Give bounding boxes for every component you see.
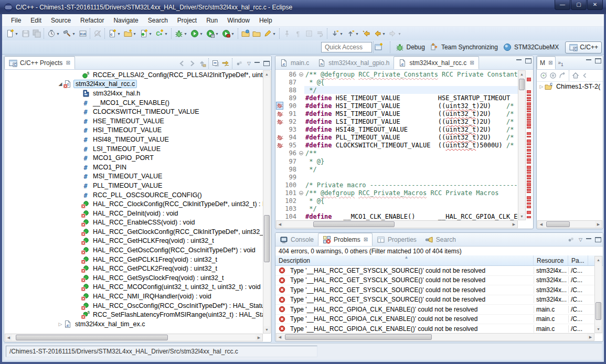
scroll-left-arrow[interactable]: ◀ — [538, 221, 545, 228]
expand-arrow-icon[interactable]: ◢ — [58, 81, 63, 87]
minimize-view-icon[interactable] — [586, 237, 592, 242]
error-overview-mark[interactable] — [527, 111, 531, 112]
close-icon[interactable]: ⊠ — [364, 237, 368, 242]
error-overview-mark[interactable] — [527, 127, 531, 129]
error-overview-mark[interactable] — [527, 158, 531, 162]
bug-marker-icon[interactable] — [276, 110, 283, 118]
editor-tab-main-c[interactable]: .cmain.c — [275, 56, 313, 69]
tree-item[interactable]: stm32l4xx_hal.h — [5, 89, 263, 98]
toolbar-toggle-mark-button[interactable]: ▾ — [262, 28, 278, 39]
error-overview-mark[interactable] — [527, 132, 531, 135]
error-overview-mark[interactable] — [527, 200, 531, 201]
scroll-left-arrow[interactable]: ◀ — [277, 221, 283, 228]
maximize-view-icon[interactable] — [263, 61, 270, 66]
code-line[interactable]: 101/** @defgroup RCC_Private_Macros RCC … — [276, 189, 518, 197]
error-overview-mark[interactable] — [527, 202, 531, 205]
dropdown-arrow-icon[interactable]: ▾ — [272, 31, 277, 36]
error-overview-mark[interactable] — [527, 121, 531, 123]
toolbar-run-button[interactable]: ▾ — [189, 28, 205, 39]
bug-marker-icon[interactable] — [276, 102, 283, 110]
toolbar-debug-button[interactable]: ▾ — [173, 28, 189, 39]
scroll-left-arrow[interactable]: ◀ — [277, 334, 283, 340]
tab-search[interactable]: Search — [421, 233, 460, 246]
toolbar-last-edit-button[interactable] — [360, 28, 371, 39]
code-line[interactable]: 92#define LSI_TIMEOUT_VALUE ((uint32_t)2… — [276, 118, 518, 126]
editor-tab-stm32l4xx-hal-rcc-c[interactable]: .cstm32l4xx_hal_rcc.c⊠ — [394, 56, 479, 69]
code-line[interactable]: 87 * @{ — [276, 78, 518, 86]
tree-item[interactable]: #MCO1_GPIO_PORT — [5, 153, 263, 163]
error-overview-mark[interactable] — [527, 116, 531, 118]
minimize-view-icon[interactable] — [586, 58, 592, 63]
fold-collapse-icon[interactable] — [298, 151, 304, 155]
scroll-thumb[interactable] — [596, 302, 601, 320]
menu-search[interactable]: Search — [143, 15, 173, 26]
error-overview-mark[interactable] — [527, 175, 531, 177]
tree-item[interactable]: ◢.cstm32l4xx_hal_rcc.c — [5, 80, 263, 89]
swirl-button[interactable] — [558, 71, 567, 80]
tree-item[interactable]: ▷.cstm32l4xx_hal_tim_ex.c — [5, 319, 263, 329]
expand-arrow-icon[interactable]: ▷ — [58, 322, 63, 327]
code-line[interactable]: 88 */ — [276, 86, 518, 94]
scroll-up-arrow[interactable]: ▲ — [595, 256, 602, 263]
toolbar-next-annotation-button[interactable]: ▾ — [329, 28, 345, 39]
problem-row[interactable]: Type '__HAL_RCC_GPIOA_CLK_ENABLE()' coul… — [275, 305, 603, 315]
problem-row[interactable]: Type '__HAL_RCC_GPIOA_CLK_ENABLE()' coul… — [275, 324, 603, 334]
toolbar-new-wizard-button[interactable]: ▾ — [4, 28, 20, 39]
scroll-thumb[interactable] — [16, 335, 168, 340]
target-new-button[interactable] — [539, 71, 548, 80]
tree-item[interactable]: HAL_RCC_GetHCLKFreq(void) : uint32_t — [5, 237, 263, 246]
toolbar-open-type-button[interactable] — [240, 28, 251, 39]
toolbar-prev-annotation-button[interactable]: ▾ — [345, 28, 360, 39]
bug-marker-icon[interactable] — [276, 118, 283, 126]
tree-item[interactable]: HAL_RCC_GetPCLK2Freq(void) : uint32_t — [5, 264, 263, 273]
error-overview-mark[interactable] — [527, 102, 531, 105]
close-icon[interactable]: ⊠ — [548, 60, 552, 66]
toolbar-profile-button[interactable]: ▾ — [205, 28, 220, 39]
error-overview-mark[interactable] — [527, 90, 531, 93]
problems-horizontal-scrollbar[interactable]: ◀ ▶ — [276, 333, 594, 341]
toolbar-new-class-button[interactable]: ▾ — [138, 28, 154, 39]
error-overview-mark[interactable] — [527, 180, 531, 183]
quick-access-input[interactable] — [321, 42, 372, 52]
scroll-down-arrow[interactable]: ▼ — [518, 213, 525, 220]
dropdown-arrow-icon[interactable]: ▾ — [339, 31, 344, 36]
tree-item[interactable]: HAL_RCC_DeInit(void) : void — [5, 209, 263, 218]
tree-item[interactable]: HAL_RCC_EnableCSS(void) : void — [5, 218, 263, 228]
code-line[interactable]: 98 */ — [276, 165, 518, 173]
code-line[interactable]: 102 * @{ — [276, 197, 518, 205]
minimize-view-icon[interactable] — [254, 61, 260, 66]
up-nav-button[interactable] — [197, 59, 207, 68]
menu-help[interactable]: Help — [254, 15, 277, 26]
menu-run[interactable]: Run — [201, 15, 222, 26]
tree-item[interactable]: #__MCO1_CLK_ENABLE() — [5, 98, 263, 108]
fold-collapse-icon[interactable] — [298, 191, 304, 195]
fold-collapse-icon[interactable] — [298, 72, 304, 77]
menu-window[interactable]: Window — [222, 15, 254, 26]
scroll-right-arrow[interactable]: ▶ — [511, 221, 517, 228]
dropdown-arrow-icon[interactable]: ▾ — [355, 31, 359, 36]
dropdown-arrow-icon[interactable]: ▾ — [230, 31, 235, 36]
link-editor-button[interactable] — [221, 59, 230, 68]
code-line[interactable]: 86/** @defgroup RCC_Private_Constants RC… — [276, 70, 518, 78]
dropdown-arrow-icon[interactable]: ▾ — [215, 31, 219, 36]
scroll-thumb[interactable] — [519, 79, 525, 90]
tree-item[interactable]: SRCC_SetFlashLatencyFromMSIRange(uint32_… — [5, 310, 263, 319]
view-menu-icon[interactable] — [566, 235, 576, 244]
tree-item[interactable]: #MSI_TIMEOUT_VALUE — [5, 172, 263, 181]
toolbar-new-folder-button[interactable]: ▾ — [122, 28, 138, 39]
close-icon[interactable]: ⊠ — [66, 60, 70, 66]
code-line[interactable]: 89#define HSE_TIMEOUT_VALUE HSE_STARTUP_… — [276, 94, 518, 102]
tree-item[interactable]: HAL_RCC_GetSysClockFreq(void) : uint32_t — [5, 273, 263, 283]
dropdown-arrow-icon[interactable]: ▾ — [71, 31, 76, 36]
chevron-down-icon[interactable]: ▽ — [579, 237, 582, 242]
code-line[interactable]: 93#define HSI48_TIMEOUT_VALUE ((uint32_t… — [276, 126, 518, 134]
error-overview-mark[interactable] — [527, 106, 531, 108]
tree-item[interactable]: HAL_RCC_ClockConfig(RCC_ClkInitTypeDef*,… — [5, 199, 263, 209]
code-line[interactable]: 95#define CLOCKSWITCH_TIMEOUT_VALUE ((ui… — [276, 142, 518, 149]
tree-item[interactable]: HAL_RCC_MCOConfig(uint32_t, uint32_t, ui… — [5, 283, 263, 292]
tab-console[interactable]: Console — [275, 233, 318, 246]
bug-marker-icon[interactable] — [276, 142, 283, 149]
error-overview-mark[interactable] — [527, 211, 531, 214]
tree-item[interactable]: HAL_RCC_GetOscConfig(RCC_OscInitTypeDef*… — [5, 245, 263, 255]
toolbar-open-resource-button[interactable] — [251, 28, 262, 39]
